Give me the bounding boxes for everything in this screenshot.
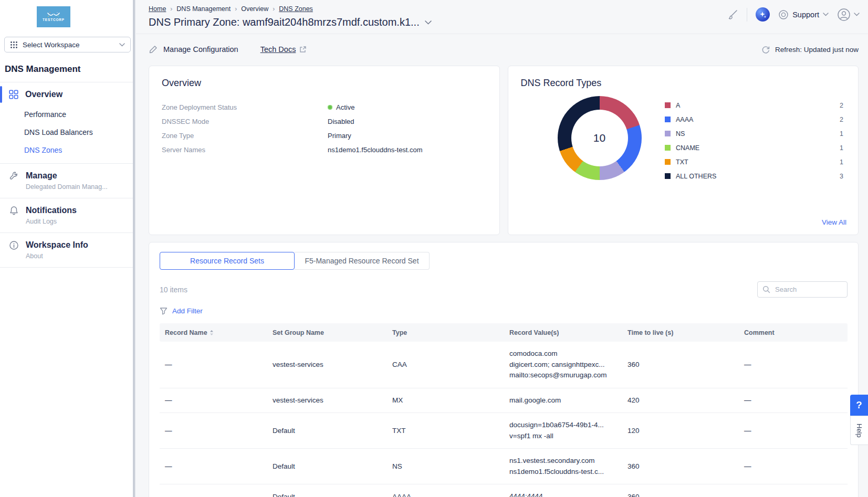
- legend-label: ALL OTHERS: [676, 173, 716, 180]
- records-tabs: Resource Record Sets F5-Managed Resource…: [160, 252, 848, 270]
- tab-resource-record-sets[interactable]: Resource Record Sets: [160, 252, 295, 270]
- record-types-legend: A 2 AAAA 2 NS 1 CNAME: [665, 98, 843, 183]
- cell-ttl: 360: [622, 462, 739, 470]
- tab-f5-managed-resource-record-set[interactable]: F5-Managed Resource Record Set: [295, 252, 430, 270]
- cell-set-group-name: Default: [267, 427, 387, 435]
- account-menu[interactable]: [837, 8, 860, 22]
- sidebar-scrollbar[interactable]: [133, 0, 135, 497]
- cell-record-name: —: [160, 462, 267, 470]
- help-tab-label: Help: [855, 424, 863, 438]
- page-title: DNS Primary Zone: wamf9ait204h8mrzs7mdf.…: [149, 16, 420, 28]
- view-all-link[interactable]: View All: [822, 218, 846, 226]
- workspace-selector-label: Select Workspace: [23, 41, 114, 49]
- cell-ttl: 120: [622, 427, 739, 435]
- sidebar-item-label: Overview: [25, 90, 62, 99]
- external-link-icon: [299, 46, 307, 53]
- support-lifering-icon: [778, 9, 789, 20]
- column-record-values: Record Value(s): [504, 329, 622, 336]
- support-menu[interactable]: Support: [778, 9, 829, 20]
- cell-comment: —: [739, 361, 848, 368]
- refresh-button[interactable]: Refresh: Updated just now: [761, 45, 859, 54]
- sidebar-item-label: Notifications: [26, 206, 77, 215]
- cell-set-group-name: Default: [267, 462, 387, 470]
- theme-paintbrush-button[interactable]: [727, 9, 738, 20]
- column-comment: Comment: [739, 329, 848, 336]
- legend-count: 1: [840, 144, 843, 152]
- wings-icon: [47, 12, 60, 17]
- legend-item: AAAA 2: [665, 112, 843, 126]
- server-names-label: Server Names: [162, 146, 328, 154]
- cell-type: CAA: [387, 361, 504, 368]
- grid-dots-icon: [10, 41, 18, 49]
- sidebar-item-notifications[interactable]: Notifications Audit Logs: [0, 198, 135, 232]
- legend-label: CNAME: [676, 144, 699, 152]
- add-filter-button[interactable]: Add Filter: [160, 307, 223, 315]
- breadcrumb-dns-zones[interactable]: DNS Zones: [279, 5, 313, 13]
- zone-toolbar: Manage Configuration Tech Docs Refresh: …: [136, 34, 868, 54]
- manage-configuration-button[interactable]: Manage Configuration: [149, 45, 238, 54]
- column-type: Type: [387, 329, 504, 336]
- funnel-icon: [160, 307, 168, 315]
- title-chevron-down-icon[interactable]: [425, 20, 432, 25]
- ai-assistant-button[interactable]: [756, 7, 770, 22]
- table-row[interactable]: — vestest-services CAA comodoca.com digi…: [160, 342, 848, 388]
- help-tab-button[interactable]: Help: [850, 416, 868, 445]
- main-content: Home › DNS Management › Overview › DNS Z…: [136, 0, 868, 497]
- cell-ttl: 360: [622, 361, 739, 368]
- cell-ttl: 420: [622, 396, 739, 404]
- overview-row: Server Names ns1demo1.f5clouddns-test.co…: [162, 143, 487, 157]
- column-record-name[interactable]: Record Name: [160, 329, 267, 336]
- dns-record-types-card: DNS Record Types 10 A 2 AAAA 2: [508, 66, 859, 235]
- cell-record-name: —: [160, 493, 267, 497]
- sidebar-item-manage[interactable]: Manage Delegated Domain Manag...: [0, 164, 135, 198]
- zone-deployment-status-value: Active: [336, 103, 354, 111]
- chevron-down-icon: [119, 43, 125, 47]
- table-row[interactable]: — Default AAAA 4444:4444... 360 —: [160, 484, 848, 497]
- refresh-icon: [761, 45, 770, 54]
- breadcrumb-home[interactable]: Home: [149, 5, 166, 13]
- legend-swatch: [665, 145, 671, 151]
- sidebar: TESTCORP Select Workspace DNS Management…: [0, 0, 135, 497]
- zone-type-label: Zone Type: [162, 132, 328, 140]
- cell-type: TXT: [387, 427, 504, 435]
- table-row[interactable]: — vestest-services MX mail.google.com 42…: [160, 388, 848, 414]
- workspace-selector[interactable]: Select Workspace: [4, 37, 131, 52]
- sparkle-icon: [759, 11, 767, 18]
- bell-icon: [9, 206, 19, 216]
- breadcrumb-overview[interactable]: Overview: [241, 5, 268, 13]
- legend-item: CNAME 1: [665, 141, 843, 155]
- cell-record-values: docusign=1b0a6754-49b1-4... v=spf1 mx -a…: [504, 420, 622, 441]
- sidebar-item-overview[interactable]: Overview: [0, 82, 135, 105]
- breadcrumb-separator: ›: [170, 5, 172, 13]
- sidebar-item-subtitle: About: [26, 252, 88, 260]
- status-active-dot: [328, 105, 332, 110]
- cell-ttl: 360: [622, 493, 739, 497]
- refresh-label: Refresh: Updated just now: [775, 46, 859, 54]
- table-row[interactable]: — Default TXT docusign=1b0a6754-49b1-4..…: [160, 413, 848, 449]
- table-row[interactable]: — Default NS ns1.vestest.secondary.com n…: [160, 449, 848, 484]
- legend-label: TXT: [676, 158, 688, 166]
- sidebar-item-label: Manage: [26, 171, 108, 181]
- tech-docs-link[interactable]: Tech Docs: [260, 45, 307, 54]
- sidebar-item-performance[interactable]: Performance: [0, 105, 135, 123]
- cell-set-group-name: Default: [267, 493, 387, 497]
- legend-swatch: [665, 159, 671, 165]
- dns-record-types-title: DNS Record Types: [521, 78, 846, 89]
- legend-count: 1: [840, 130, 843, 138]
- add-filter-label: Add Filter: [172, 307, 203, 315]
- company-logo[interactable]: TESTCORP: [24, 5, 83, 28]
- sidebar-heading: DNS Management: [5, 64, 135, 75]
- sidebar-item-dns-load-balancers[interactable]: DNS Load Balancers: [0, 123, 135, 141]
- active-indicator-bar: [0, 86, 2, 103]
- sidebar-item-workspace-info[interactable]: Workspace Info About: [0, 233, 135, 267]
- cell-record-values: ns1.vestest.secondary.com ns1demo1.f5clo…: [504, 456, 622, 477]
- legend-item: NS 1: [665, 126, 843, 141]
- cell-type: MX: [387, 396, 504, 404]
- breadcrumb-dns-management[interactable]: DNS Management: [176, 5, 231, 13]
- legend-item: TXT 1: [665, 155, 843, 169]
- help-question-button[interactable]: ?: [850, 395, 868, 416]
- search-input[interactable]: [774, 285, 837, 294]
- chevron-down-icon: [823, 13, 829, 16]
- cell-comment: —: [739, 493, 848, 497]
- sidebar-item-dns-zones[interactable]: DNS Zones: [0, 141, 135, 159]
